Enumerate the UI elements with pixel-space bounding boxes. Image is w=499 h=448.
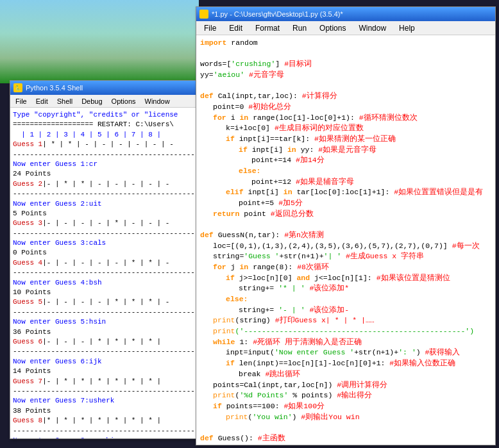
code-line: print('%d Points' % points) #输出得分 bbox=[200, 390, 491, 401]
shell-line: ----------------------------------------… bbox=[13, 426, 196, 436]
code-line: yy='aeiou' #元音字母 bbox=[200, 70, 491, 81]
shell-titlebar: 🐍 Python 3.5.4 Shell bbox=[10, 81, 198, 95]
code-line bbox=[200, 81, 491, 92]
shell-line: Guess 3|- | - | - | - | * | - | - | - bbox=[13, 219, 196, 228]
shell-line: Now enter Guess 2:uit bbox=[13, 199, 196, 209]
shell-line: 0 Points bbox=[13, 248, 196, 258]
shell-line: ----------------------------------------… bbox=[13, 189, 196, 199]
code-line: if inpt[i]==tar[k]: #如果猜测的某一位正确 bbox=[200, 134, 491, 145]
code-line: def GuessN(n,tar): #第n次猜测 bbox=[200, 230, 491, 241]
code-line: string+= '- | ' #该位添加- bbox=[200, 305, 491, 316]
shell-menu-edit[interactable]: Edit bbox=[34, 97, 50, 106]
code-line: else: bbox=[200, 166, 491, 177]
shell-title: Python 3.5.4 Shell bbox=[26, 84, 83, 92]
shell-line: Now enter Guess 8:crushing bbox=[13, 436, 196, 438]
shell-menu-debug[interactable]: Debug bbox=[80, 97, 104, 106]
code-window: *1.py - C:\Users\gftv\Desktop\1.py (3.5.… bbox=[196, 6, 496, 445]
shell-menubar[interactable]: File Edit Shell Debug Options Window bbox=[10, 95, 198, 108]
code-line: point+=12 #如果是辅音字母 bbox=[200, 177, 491, 188]
code-line: point+=5 #加5分 bbox=[200, 198, 491, 209]
shell-line: Guess 5|- | - | - | - | * | * | * | - bbox=[13, 297, 196, 307]
shell-line: ----------------------------------------… bbox=[13, 150, 196, 160]
code-line: point+=14 #加14分 bbox=[200, 155, 491, 166]
shell-menu-options[interactable]: Options bbox=[110, 97, 138, 106]
code-line: for i in range(loc[1]-loc[0]+1): #循环猜测位数… bbox=[200, 113, 491, 124]
shell-line: ----------------------------------------… bbox=[13, 268, 196, 278]
code-line bbox=[200, 422, 491, 433]
code-line bbox=[200, 49, 491, 60]
code-line: for j in range(8): #8次循环 bbox=[200, 262, 491, 273]
code-menu-window[interactable]: Window bbox=[356, 22, 389, 34]
shell-icon: 🐍 bbox=[13, 83, 22, 92]
code-icon bbox=[199, 10, 208, 19]
code-line: inpt=input('Now enter Guess '+str(n+1)+'… bbox=[200, 347, 491, 358]
code-line: def Guess(): #主函数 bbox=[200, 433, 491, 444]
code-line: elif inpt[i] in tar[loc[0]:loc[1]+1]: #如… bbox=[200, 187, 491, 198]
shell-menu-shell[interactable]: Shell bbox=[55, 97, 74, 106]
shell-line: Guess 4|- | - | - | - | - | * | * | - bbox=[13, 258, 196, 268]
code-line: points=Cal(inpt,tar,loc[n]) #调用计算得分 bbox=[200, 380, 491, 391]
background-image bbox=[0, 0, 199, 83]
code-titlebar: *1.py - C:\Users\gftv\Desktop\1.py (3.5.… bbox=[196, 7, 495, 21]
code-menubar[interactable]: File Edit Format Run Options Window Help bbox=[196, 21, 495, 35]
shell-line: Now enter Guess 3:cals bbox=[13, 238, 196, 248]
shell-line: Guess 1| * | * | - | - | - | - | - | - bbox=[13, 140, 196, 149]
code-line: point=0 #初始化总分 bbox=[200, 102, 491, 113]
code-menu-format[interactable]: Format bbox=[253, 22, 282, 34]
code-line: if j>=loc[n][0] and j<=loc[n][1]: #如果该位置… bbox=[200, 273, 491, 284]
shell-line: Now enter Guess 1:cr bbox=[13, 160, 196, 169]
code-line: if len(inpt)==loc[n][1]-loc[n][0]+1: #如果… bbox=[200, 358, 491, 369]
code-content: import random words=['crushing'] #目标词 yy… bbox=[196, 35, 495, 445]
shell-line: Now enter Guess 5:hsin bbox=[13, 317, 196, 327]
shell-line: ----------------------------------------… bbox=[13, 386, 196, 396]
code-line: loc=[(0,1),(1,3),(2,4),(3,5),(3,6),(5,7)… bbox=[200, 241, 491, 252]
shell-line: Now enter Guess 4:bsh bbox=[13, 278, 196, 288]
shell-menu-window[interactable]: Window bbox=[143, 97, 172, 106]
code-menu-run[interactable]: Run bbox=[290, 22, 309, 34]
shell-line: 5 Points bbox=[13, 209, 196, 219]
code-line: print(string) #打印Guess x| * | * |…… bbox=[200, 315, 491, 326]
shell-line: 10 Points bbox=[13, 288, 196, 297]
shell-line: 36 Points bbox=[13, 328, 196, 337]
code-line: string='Guess '+str(n+1)+'| ' #生成Guess x… bbox=[200, 251, 491, 262]
code-line: words=['crushing'] #目标词 bbox=[200, 59, 491, 70]
code-menu-options[interactable]: Options bbox=[317, 22, 348, 34]
shell-line: ----------------------------------------… bbox=[13, 229, 196, 238]
code-line: if inpt[i] in yy: #如果是元音字母 bbox=[200, 145, 491, 156]
shell-content: Type "copyright", "credits" or "license … bbox=[10, 108, 198, 438]
shell-line: 14 Points bbox=[13, 367, 196, 376]
code-line: if points==100: #如果100分 bbox=[200, 401, 491, 412]
shell-line: 38 Points bbox=[13, 406, 196, 416]
code-line: else: bbox=[200, 294, 491, 305]
shell-line: Guess 8|* | * | * | * | * | * | * | bbox=[13, 416, 196, 426]
code-line: print('You win') #则输出You win bbox=[200, 412, 491, 423]
code-line bbox=[200, 219, 491, 230]
code-menu-file[interactable]: File bbox=[201, 22, 219, 34]
code-line: tar=words[random.randint(0,len(words)-1)… bbox=[200, 444, 491, 445]
shell-line: =================== RESTART: C:\Users\ bbox=[13, 120, 196, 129]
code-line: print('---------------------------------… bbox=[200, 326, 491, 337]
shell-line: Guess 2|- | * | * | - | - | - | - | - bbox=[13, 179, 196, 189]
shell-line: Now enter Guess 7:usherk bbox=[13, 396, 196, 406]
shell-line: ----------------------------------------… bbox=[13, 347, 196, 356]
shell-line: | 1 | 2 | 3 | 4 | 5 | 6 | 7 | 8 | bbox=[13, 130, 196, 140]
shell-line: Guess 6|- | - | - | * | * | * | * | bbox=[13, 337, 196, 347]
code-menu-help[interactable]: Help bbox=[396, 22, 418, 34]
shell-line: Type "copyright", "credits" or "license bbox=[13, 110, 196, 120]
shell-menu-file[interactable]: File bbox=[13, 97, 29, 106]
shell-line: 24 Points bbox=[13, 169, 196, 179]
code-menu-edit[interactable]: Edit bbox=[226, 22, 245, 34]
shell-window: 🐍 Python 3.5.4 Shell File Edit Shell Deb… bbox=[10, 80, 199, 439]
code-line: def Cal(inpt,tar,loc): #计算得分 bbox=[200, 91, 491, 102]
code-line: return point #返回总分数 bbox=[200, 209, 491, 220]
code-title: *1.py - C:\Users\gftv\Desktop\1.py (3.5.… bbox=[212, 10, 343, 18]
code-line: while 1: #死循环 用于清测输入是否正确 bbox=[200, 337, 491, 348]
code-line: string+= '* | ' #该位添加* bbox=[200, 283, 491, 294]
shell-line: ----------------------------------------… bbox=[13, 308, 196, 317]
code-line: k=i+loc[0] #生成目标词的对应位置数 bbox=[200, 123, 491, 134]
code-line: import random bbox=[200, 38, 491, 49]
shell-line: Now enter Guess 6:ijk bbox=[13, 357, 196, 367]
code-line: break #跳出循环 bbox=[200, 369, 491, 380]
shell-line: Guess 7|- | * | * | * | * | * | * | bbox=[13, 377, 196, 386]
